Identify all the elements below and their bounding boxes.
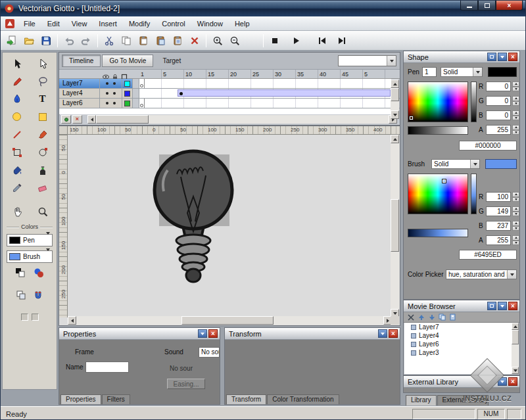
minimize-button[interactable] xyxy=(460,1,478,11)
tree-item-layer3[interactable]: Layer3 xyxy=(404,348,519,357)
center-frame-button[interactable] xyxy=(61,115,71,124)
brush-tool[interactable] xyxy=(30,126,55,143)
pen-style-dropdown[interactable]: Solid xyxy=(441,67,483,77)
swap-colors-button[interactable] xyxy=(15,268,26,281)
copy-item-button[interactable] xyxy=(438,314,446,321)
scroll-up-icon[interactable] xyxy=(512,323,519,330)
default-colors-button[interactable] xyxy=(34,268,44,281)
gradient-transform-tool[interactable] xyxy=(30,143,55,161)
brush-hex-input[interactable]: #6495ED xyxy=(459,250,517,260)
spinner[interactable] xyxy=(512,125,519,135)
pen-color-field[interactable] xyxy=(408,82,468,122)
layer-frames-track[interactable] xyxy=(139,89,391,98)
pen-red-input[interactable]: 0 xyxy=(486,82,511,91)
paste-in-place-button[interactable] xyxy=(152,33,169,49)
brush-style-dropdown[interactable]: Solid xyxy=(431,159,480,169)
paste-button[interactable] xyxy=(135,33,152,49)
shape-panel-header[interactable]: Shape × xyxy=(404,51,519,63)
pen-green-input[interactable]: 0 xyxy=(486,96,511,106)
select-tool[interactable] xyxy=(4,55,30,72)
timeline-horizontal-scrollbar[interactable] xyxy=(87,115,397,124)
maximize-button[interactable] xyxy=(478,1,496,11)
hand-tool[interactable] xyxy=(4,202,30,220)
pen-blue-input[interactable]: 0 xyxy=(486,110,511,120)
object-drawing-button[interactable] xyxy=(16,290,26,303)
canvas-vertical-scrollbar[interactable] xyxy=(391,135,399,317)
pen-alpha-input[interactable]: 255 xyxy=(486,125,511,135)
save-button[interactable] xyxy=(37,33,55,49)
go-to-end-button[interactable] xyxy=(333,33,350,49)
transform-panel-header[interactable]: Transform × xyxy=(225,328,400,340)
brush-blue-input[interactable]: 237 xyxy=(486,221,511,231)
spinner[interactable] xyxy=(512,110,519,120)
delete-button[interactable] xyxy=(186,33,203,49)
layer-state-dots[interactable] xyxy=(100,99,122,108)
scroll-left-icon[interactable] xyxy=(68,316,76,325)
rectangle-tool[interactable] xyxy=(30,108,55,126)
layer-row-layer7[interactable]: Layer7 xyxy=(59,79,400,89)
subselect-tool[interactable] xyxy=(30,55,55,72)
target-dropdown[interactable] xyxy=(338,55,396,66)
layer-name[interactable]: Layer4 xyxy=(59,89,100,98)
line-tool[interactable] xyxy=(4,126,30,143)
spinner[interactable] xyxy=(512,235,519,245)
pen-color-selector[interactable]: Pen xyxy=(7,234,53,246)
layer-frames-track[interactable] xyxy=(139,79,391,88)
close-icon[interactable]: × xyxy=(508,53,517,61)
menu-file[interactable]: File xyxy=(18,18,41,30)
scroll-up-icon[interactable] xyxy=(391,80,399,88)
menu-edit[interactable]: Edit xyxy=(41,18,66,30)
properties-panel-header[interactable]: Properties × xyxy=(59,328,220,340)
pen-value-bar[interactable] xyxy=(408,126,468,135)
close-icon[interactable]: × xyxy=(389,329,398,338)
close-icon[interactable]: × xyxy=(508,302,517,310)
sound-dropdown[interactable]: No sou xyxy=(199,347,220,358)
timeline-vertical-scrollbar[interactable] xyxy=(391,80,399,119)
tree-item-layer7[interactable]: Layer7 xyxy=(404,323,519,331)
float-icon[interactable] xyxy=(487,53,496,61)
brush-luminance-slider[interactable] xyxy=(471,174,477,214)
layer-color-cell[interactable] xyxy=(122,89,133,98)
pen-color-preview[interactable] xyxy=(488,67,517,77)
spinner[interactable] xyxy=(512,96,519,106)
delete-item-button[interactable] xyxy=(406,314,415,321)
go-to-start-button[interactable] xyxy=(314,33,331,49)
move-up-button[interactable] xyxy=(417,314,425,321)
lasso-tool[interactable] xyxy=(30,72,55,90)
pin-icon[interactable] xyxy=(498,302,507,310)
scrollbar-thumb[interactable] xyxy=(512,330,519,344)
menu-modify[interactable]: Modify xyxy=(123,18,156,30)
tree-item-layer6[interactable]: Layer6 xyxy=(404,340,519,348)
pen-width-input[interactable]: 1 xyxy=(422,67,437,77)
color-picker-dropdown[interactable]: hue, saturation and lumir xyxy=(446,269,517,279)
play-button[interactable] xyxy=(287,33,304,49)
brush-color-preview[interactable] xyxy=(485,159,517,169)
layer-state-dots[interactable] xyxy=(100,89,122,98)
tool-option-button[interactable] xyxy=(32,314,39,321)
layer-color-cell[interactable] xyxy=(122,99,133,108)
pin-icon[interactable] xyxy=(198,329,207,338)
menu-view[interactable]: View xyxy=(66,18,93,30)
eyedropper-tool[interactable] xyxy=(4,179,30,197)
empty-keyframe[interactable] xyxy=(139,79,145,88)
undo-button[interactable] xyxy=(60,33,78,49)
layer-color-cell[interactable] xyxy=(122,79,133,88)
spinner[interactable] xyxy=(512,221,519,231)
scroll-left-icon[interactable] xyxy=(87,115,96,124)
pen-tool[interactable] xyxy=(4,90,30,108)
light-bulb-drawing[interactable] xyxy=(68,135,392,317)
close-icon[interactable]: × xyxy=(208,329,218,338)
ellipse-tool[interactable] xyxy=(4,108,30,126)
copy-button[interactable] xyxy=(118,33,135,49)
pencil-tool[interactable] xyxy=(4,72,30,90)
menu-control[interactable]: Control xyxy=(156,18,191,30)
tab-properties[interactable]: Properties xyxy=(60,394,101,404)
cut-button[interactable] xyxy=(101,33,118,49)
empty-keyframe[interactable] xyxy=(139,99,145,108)
brush-color-field[interactable] xyxy=(408,174,468,214)
layer-row-layer6[interactable]: Layer6 xyxy=(59,99,400,108)
zoom-tool[interactable] xyxy=(30,202,55,220)
snap-button[interactable] xyxy=(33,290,43,303)
pen-hex-input[interactable]: #000000 xyxy=(459,141,517,151)
zoom-out-button[interactable] xyxy=(226,33,243,49)
